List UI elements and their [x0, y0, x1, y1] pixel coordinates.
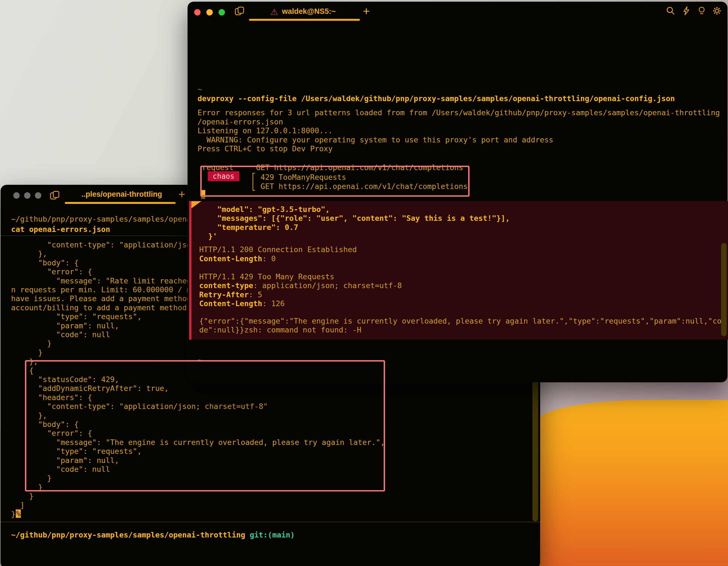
- pages-icon[interactable]: [234, 6, 245, 17]
- wallpaper-dune: [537, 400, 728, 566]
- terminal-line: }: [11, 348, 43, 357]
- terminal-line: Error responses for 3 url patterns loade…: [198, 108, 720, 117]
- tab-back-terminal[interactable]: ..ples/openai-throttling: [81, 190, 162, 199]
- minimize-button[interactable]: [206, 9, 213, 16]
- shell-prompt: ~/github/pnp/proxy-samples/samples/opena…: [11, 531, 295, 539]
- terminal-line: "messages": [{"role": "user", "content":…: [199, 214, 510, 223]
- terminal-line: content-type: application/json; charset=…: [199, 281, 402, 290]
- lightbulb-icon[interactable]: [697, 6, 707, 16]
- shell-percent-cursor: %: [16, 509, 21, 518]
- close-button[interactable]: [194, 9, 201, 16]
- terminal-line: "error": {: [11, 267, 92, 276]
- terminal-line-segment: : 126: [262, 299, 285, 308]
- gear-icon[interactable]: [712, 6, 722, 16]
- zoom-button[interactable]: [219, 9, 225, 16]
- terminal-line: {"error":{"message":"The engine is curre…: [199, 317, 722, 326]
- search-icon[interactable]: [666, 6, 676, 16]
- terminal-line: "param": null,: [11, 321, 119, 330]
- terminal-line: ~: [198, 85, 202, 94]
- terminal-line: HTTP/1.1 429 Too Many Requests: [199, 272, 334, 281]
- terminal-line: devproxy --config-file /Users/waldek/git…: [198, 94, 675, 103]
- new-tab-button[interactable]: +: [363, 6, 370, 17]
- new-tab-button[interactable]: +: [178, 189, 185, 200]
- terminal-line: Listening on 127.0.0.1:8000...: [198, 126, 333, 135]
- active-tab-indicator: [249, 19, 360, 21]
- terminal-line: have issues. Please add a payment method: [11, 294, 191, 303]
- pages-icon[interactable]: [49, 190, 60, 201]
- terminal-line: "temperature": 0.7: [199, 223, 298, 232]
- terminal-line: HTTP/1.1 200 Connection Established: [199, 245, 357, 254]
- front-scrollbar[interactable]: [721, 243, 727, 336]
- terminal-line: }: [11, 510, 16, 519]
- terminal-line: }': [199, 232, 217, 241]
- terminal-line: account/billing to add a payment method.: [11, 303, 191, 312]
- terminal-line-segment: Content-Length: [199, 299, 262, 308]
- terminal-line: de":null}}zsh: command not found: -H: [199, 326, 361, 334]
- lightning-icon[interactable]: [681, 6, 691, 16]
- zoom-button[interactable]: [35, 192, 41, 199]
- terminal-line: /openai-errors.json: [198, 117, 283, 126]
- terminal-line: "message": "Rate limit reached: [11, 276, 191, 285]
- terminal-line: },: [11, 249, 47, 258]
- terminal-line-segment: Retry-After: [199, 290, 249, 299]
- terminal-line: cat openai-errors.json: [11, 225, 110, 234]
- prompt-path: ~/github/pnp/proxy-samples/samples/opena…: [11, 531, 245, 539]
- minimize-button[interactable]: [24, 192, 30, 199]
- terminal-line: ]: [11, 501, 25, 510]
- terminal-line: Retry-After: 5: [199, 290, 262, 299]
- terminal-line-segment: : 5: [249, 290, 262, 299]
- prompt-divider: [1, 522, 540, 522]
- git-branch-label: git:(main): [250, 531, 295, 539]
- terminal-line: "type": "requests",: [11, 312, 142, 321]
- terminal-line: }: [11, 339, 52, 348]
- terminal-line: WARNING: Configure your operating system…: [198, 135, 553, 144]
- annotation-box-error-definition: [25, 360, 385, 491]
- annotation-box-chaos-response: [200, 166, 470, 197]
- terminal-line: "content-type": "application/jso: [11, 240, 191, 249]
- selected-command-block[interactable]: "model": "gpt-3.5-turbo", "messages": [{…: [189, 201, 728, 340]
- close-button[interactable]: [13, 192, 20, 199]
- terminal-line: Content-Length: 126: [199, 299, 285, 308]
- terminal-line-segment: Content-Length: [199, 254, 262, 263]
- front-titlebar[interactable]: ⚠ waldek@NS5:~ +: [188, 2, 727, 23]
- terminal-line-segment: : 0: [262, 254, 276, 263]
- terminal-line: }: [11, 492, 34, 501]
- terminal-line: "code": null: [11, 330, 110, 339]
- terminal-line-segment: : application/json; charset=utf-8: [253, 281, 402, 290]
- prompt-spacer: [245, 531, 250, 539]
- terminal-line: "model": "gpt-3.5-turbo",: [199, 205, 330, 214]
- terminal-line-segment: content-type: [199, 281, 253, 290]
- warning-icon: ⚠: [270, 8, 278, 16]
- desktop: ..ples/openai-throttling + ~/github/pnp/…: [0, 0, 728, 566]
- terminal-line: "body": {: [11, 258, 79, 267]
- terminal-line: Content-Length: 0: [199, 254, 276, 263]
- terminal-line: Press CTRL+C to stop Dev Proxy: [198, 144, 333, 153]
- active-tab-indicator: [65, 202, 176, 204]
- terminal-line: n requests per min. Limit: 60.000000 / m: [11, 285, 191, 294]
- tab-front-terminal[interactable]: waldek@NS5:~: [282, 7, 336, 16]
